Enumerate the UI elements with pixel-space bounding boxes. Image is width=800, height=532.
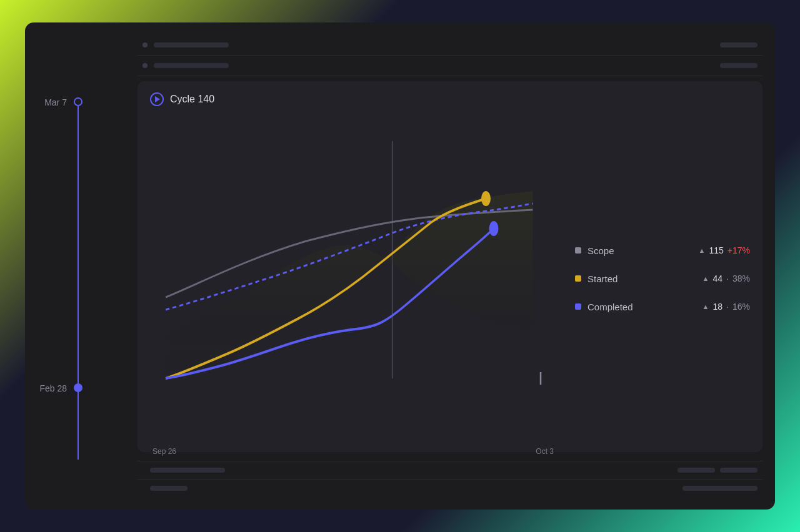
legend-dot-completed xyxy=(575,303,581,310)
sidebar: Mar 7 Feb 28 xyxy=(25,22,131,510)
chart-label-end: Oct 3 xyxy=(536,447,554,456)
legend-stats-scope: ▲ 115 +17% xyxy=(699,245,750,255)
timeline-line xyxy=(78,97,79,460)
legend-label-scope: Scope xyxy=(588,245,692,256)
cycle-header: Cycle 140 xyxy=(150,92,750,106)
row-item-2 xyxy=(138,56,762,76)
cycle-body: Sep 26 Oct 3 Scope ▲ 115 +17% xyxy=(150,116,750,441)
legend-item-started: Started ▲ 44 · 38% xyxy=(575,273,750,284)
completed-triangle-icon: ▲ xyxy=(702,303,709,310)
completed-dot xyxy=(489,221,499,236)
row-dot-1 xyxy=(142,42,148,47)
started-value: 44 xyxy=(713,273,723,283)
legend-label-started: Started xyxy=(588,273,696,284)
timeline-item-mar7: Mar 7 xyxy=(74,97,82,106)
legend-stats-completed: ▲ 18 · 16% xyxy=(702,302,750,312)
row-right-1 xyxy=(720,42,758,47)
row-dot-2 xyxy=(142,63,148,68)
row-skeleton-2 xyxy=(154,63,229,68)
timeline-label-mar7: Mar 7 xyxy=(44,97,67,107)
bottom-row-1 xyxy=(138,461,762,479)
timeline-label-feb28: Feb 28 xyxy=(39,383,67,393)
chart-labels: Sep 26 Oct 3 xyxy=(150,447,556,456)
chart-label-start: Sep 26 xyxy=(152,447,176,456)
row-skeleton-1 xyxy=(154,42,229,47)
legend-item-completed: Completed ▲ 18 · 16% xyxy=(575,302,750,312)
scope-percent: +17% xyxy=(728,245,750,255)
main-content: Cycle 140 xyxy=(131,22,775,510)
started-triangle-icon: ▲ xyxy=(702,275,709,282)
bottom-skeleton-2 xyxy=(150,486,188,491)
bottom-row-2 xyxy=(138,479,762,497)
completed-percent-sep: · xyxy=(726,302,729,312)
row-item-1 xyxy=(138,35,762,56)
chart-container: Sep 26 Oct 3 xyxy=(150,116,556,441)
scope-triangle-icon: ▲ xyxy=(699,247,706,254)
legend-label-completed: Completed xyxy=(588,302,696,312)
row-right-2 xyxy=(720,63,758,68)
chart-svg xyxy=(150,116,556,441)
chart-area-fill xyxy=(166,191,533,378)
legend-dot-scope xyxy=(575,247,581,254)
started-dot xyxy=(481,191,491,206)
legend-stats-started: ▲ 44 · 38% xyxy=(702,273,750,283)
completed-percent-val: 16% xyxy=(732,302,750,312)
legend: Scope ▲ 115 +17% Started ▲ 44 xyxy=(575,116,750,441)
started-percent-val: 38% xyxy=(732,273,750,283)
timeline-item-feb28: Feb 28 xyxy=(74,383,82,392)
completed-value: 18 xyxy=(713,302,723,312)
bottom-section xyxy=(138,461,762,497)
main-window: Mar 7 Feb 28 C xyxy=(25,22,775,510)
bottom-skeleton-1 xyxy=(150,468,225,473)
legend-dot-started xyxy=(575,275,581,282)
bottom-right-2 xyxy=(682,486,758,491)
started-percent: · xyxy=(726,273,729,283)
cycle-title: Cycle 140 xyxy=(170,94,214,105)
timeline-dot-mar7 xyxy=(74,97,82,106)
cycle-card: Cycle 140 xyxy=(138,81,762,452)
cycle-play-icon xyxy=(150,92,164,106)
scope-value: 115 xyxy=(709,245,723,255)
legend-item-scope: Scope ▲ 115 +17% xyxy=(575,245,750,256)
timeline-dot-feb28 xyxy=(74,383,82,392)
bottom-right-1 xyxy=(678,468,758,473)
